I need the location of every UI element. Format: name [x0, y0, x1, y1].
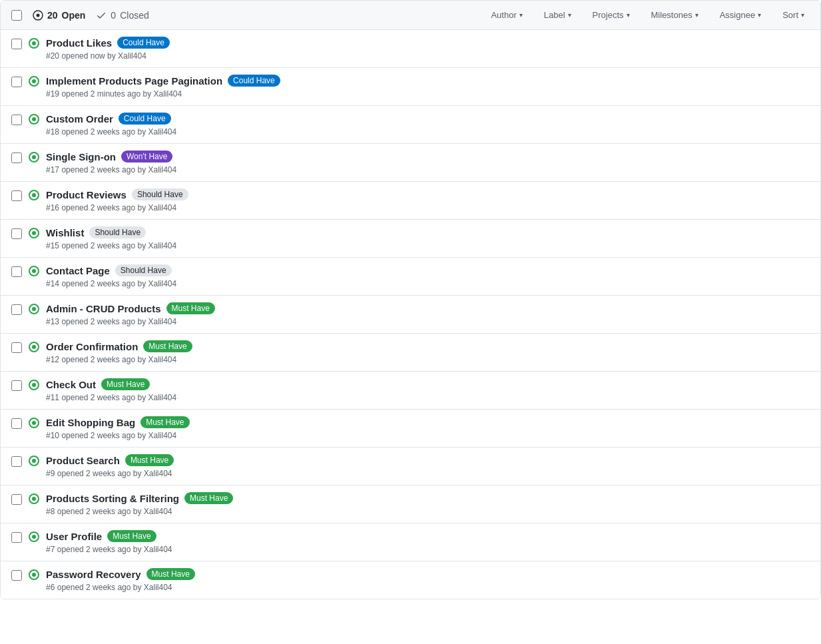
issue-label-badge[interactable]: Could Have: [119, 113, 171, 125]
issue-opened-text: opened 2 weeks ago by: [57, 469, 144, 478]
issue-number: #18: [46, 127, 59, 137]
issue-title[interactable]: Product Reviews: [46, 189, 127, 200]
closed-count: 0: [111, 10, 116, 21]
issue-title[interactable]: Wishlist: [46, 227, 84, 238]
issue-checkbox[interactable]: [11, 570, 22, 581]
issue-label-badge[interactable]: Must Have: [101, 378, 150, 390]
issue-title[interactable]: Product Search: [46, 455, 120, 466]
issue-checkbox[interactable]: [11, 456, 22, 467]
assignee-filter-label: Assignee: [720, 10, 755, 20]
issue-checkbox[interactable]: [11, 342, 22, 353]
issue-label-badge[interactable]: Should Have: [89, 226, 146, 238]
issue-checkbox[interactable]: [11, 304, 22, 315]
issue-label-badge[interactable]: Could Have: [228, 75, 280, 87]
issue-label-badge[interactable]: Must Have: [166, 302, 215, 314]
issue-label-badge[interactable]: Must Have: [125, 454, 174, 466]
issue-checkbox[interactable]: [11, 228, 22, 239]
issue-number: #20: [46, 51, 59, 61]
issue-checkbox[interactable]: [11, 494, 22, 505]
projects-filter-label: Projects: [593, 10, 624, 20]
milestones-caret-icon: ▾: [695, 11, 698, 19]
issue-label-badge[interactable]: Must Have: [146, 568, 195, 580]
author-filter-btn[interactable]: Author ▾: [485, 7, 527, 23]
issue-title[interactable]: Products Sorting & Filtering: [46, 493, 179, 504]
issue-title[interactable]: Custom Order: [46, 113, 113, 125]
issue-title[interactable]: Admin - CRUD Products: [46, 303, 161, 314]
issue-checkbox[interactable]: [11, 380, 22, 391]
issue-title[interactable]: Check Out: [46, 379, 96, 390]
issue-title[interactable]: Edit Shopping Bag: [46, 417, 135, 428]
issue-author-link[interactable]: Xalil404: [148, 317, 176, 326]
issue-number: #12: [46, 355, 59, 364]
issue-author-link[interactable]: Xalil404: [148, 127, 176, 137]
label-filter-btn[interactable]: Label ▾: [539, 7, 577, 23]
issue-content: Custom Order Could Have #18 opened 2 wee…: [46, 113, 810, 137]
issue-label-badge[interactable]: Won't Have: [121, 151, 172, 162]
issue-checkbox[interactable]: [11, 190, 22, 201]
table-row: Custom Order Could Have #18 opened 2 wee…: [1, 106, 820, 144]
projects-filter-btn[interactable]: Projects ▾: [587, 7, 635, 23]
open-issues-tab[interactable]: 20 Open: [33, 10, 85, 21]
issue-label-badge[interactable]: Should Have: [132, 188, 188, 200]
sort-filter-label: Sort: [782, 10, 798, 20]
issue-author-link[interactable]: Xalil404: [144, 583, 172, 592]
closed-issues-tab[interactable]: 0 Closed: [96, 10, 148, 21]
issue-label-badge[interactable]: Could Have: [117, 37, 170, 49]
issue-title-row: Edit Shopping Bag Must Have: [46, 416, 810, 428]
issue-checkbox[interactable]: [11, 532, 22, 543]
issue-title[interactable]: User Profile: [46, 531, 102, 542]
select-all-checkbox[interactable]: [11, 10, 22, 21]
issue-checkbox[interactable]: [11, 266, 22, 277]
issue-label-badge[interactable]: Must Have: [140, 416, 189, 428]
issue-author-link[interactable]: Xalil404: [148, 279, 176, 288]
issue-author-link[interactable]: Xalil404: [144, 469, 172, 478]
issue-meta: #6 opened 2 weeks ago by Xalil404: [46, 583, 810, 592]
issue-author-link[interactable]: Xalil404: [144, 507, 172, 516]
issue-author-link[interactable]: Xalil404: [148, 241, 176, 250]
issue-number: #14: [46, 279, 59, 288]
issue-author-link[interactable]: Xalil404: [148, 203, 176, 212]
issue-author-link[interactable]: Xalil404: [148, 355, 176, 364]
issue-author-link[interactable]: Xalil404: [148, 431, 176, 440]
issue-label-badge[interactable]: Must Have: [107, 530, 156, 542]
open-issue-icon: [29, 456, 39, 466]
issue-author-link[interactable]: Xalil404: [148, 393, 176, 402]
issue-meta: #13 opened 2 weeks ago by Xalil404: [46, 317, 810, 326]
issue-author-link[interactable]: Xalil404: [148, 165, 176, 174]
issue-checkbox[interactable]: [11, 77, 22, 87]
open-issue-icon: [29, 228, 39, 238]
issue-opened-text: opened 2 weeks ago by: [61, 317, 148, 326]
milestones-filter-btn[interactable]: Milestones ▾: [646, 7, 704, 23]
issue-label-badge[interactable]: Must Have: [143, 340, 192, 352]
issue-title[interactable]: Contact Page: [46, 265, 110, 276]
issue-checkbox[interactable]: [11, 39, 22, 49]
issue-author-link[interactable]: Xalil404: [144, 545, 172, 554]
issue-checkbox[interactable]: [11, 153, 22, 163]
issue-title[interactable]: Order Confirmation: [46, 341, 138, 352]
issue-title[interactable]: Single Sign-on: [46, 151, 116, 162]
issue-title[interactable]: Implement Products Page Pagination: [46, 75, 222, 87]
open-issue-icon: [29, 569, 39, 580]
assignee-filter-btn[interactable]: Assignee ▾: [714, 7, 766, 23]
issue-meta: #14 opened 2 weeks ago by Xalil404: [46, 279, 810, 288]
issue-author-link[interactable]: Xalil404: [153, 89, 182, 99]
issue-content: Contact Page Should Have #14 opened 2 we…: [46, 264, 810, 288]
issue-title[interactable]: Password Recovery: [46, 569, 141, 580]
issue-author-link[interactable]: Xalil404: [118, 51, 146, 61]
author-caret-icon: ▾: [519, 11, 523, 19]
sort-filter-btn[interactable]: Sort ▾: [777, 7, 810, 23]
issue-number: #11: [46, 393, 59, 402]
issue-checkbox[interactable]: [11, 115, 22, 125]
open-issue-icon: [29, 114, 39, 125]
open-issue-icon: [29, 152, 39, 162]
issue-label-badge[interactable]: Should Have: [115, 264, 172, 276]
open-issue-icon: [29, 304, 39, 314]
issue-content: Check Out Must Have #11 opened 2 weeks a…: [46, 378, 810, 402]
issues-header: 20 Open 0 Closed Author ▾ Label ▾ Proje: [1, 1, 820, 30]
issue-title-row: Wishlist Should Have: [46, 226, 810, 238]
issue-opened-text: opened 2 weeks ago by: [61, 279, 148, 288]
issue-label-badge[interactable]: Must Have: [184, 492, 233, 504]
open-circle-icon: [33, 10, 43, 21]
issue-checkbox[interactable]: [11, 418, 22, 429]
issue-title[interactable]: Product Likes: [46, 37, 112, 49]
